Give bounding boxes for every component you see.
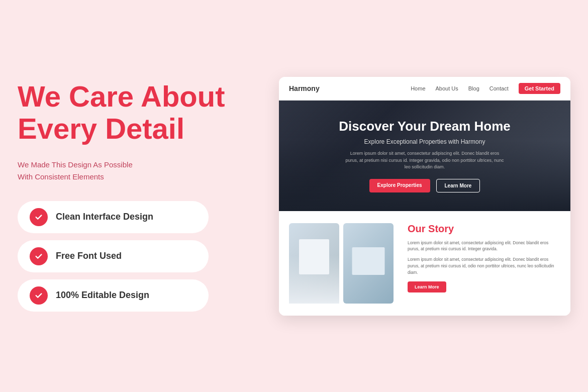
- right-panel: Harmony Home About Us Blog Contact Get S…: [279, 77, 570, 316]
- site-hero: Discover Your Dream Home Explore Excepti…: [279, 101, 570, 211]
- bottom-images: [289, 223, 394, 304]
- browser-mockup: Harmony Home About Us Blog Contact Get S…: [279, 77, 570, 316]
- learn-more-hero-button[interactable]: Learn More: [436, 179, 480, 192]
- feature-item-font: Free Font Used: [18, 240, 209, 272]
- nav-link-blog[interactable]: Blog: [468, 85, 479, 91]
- story-title: Our Story: [408, 223, 560, 235]
- main-heading: We Care About Every Detail: [18, 80, 249, 145]
- feature-label-clean: Clean Interface Design: [56, 212, 153, 222]
- site-logo: Harmony: [289, 84, 320, 92]
- nav-link-about[interactable]: About Us: [436, 85, 458, 91]
- nav-cta-button[interactable]: Get Started: [519, 83, 560, 94]
- main-container: We Care About Every Detail We Made This …: [18, 15, 570, 377]
- sub-heading: We Made This Design As PossibleWith Cons…: [18, 159, 249, 183]
- building-image-tall: [289, 223, 339, 304]
- hero-description: Lorem ipsum dolor sit amet, consectetur …: [344, 150, 505, 171]
- hero-title: Discover Your Dream Home: [299, 119, 550, 134]
- story-para-2: Lorem ipsum dolor sit amet, consectetur …: [408, 256, 560, 275]
- learn-more-story-button[interactable]: Learn More: [408, 281, 446, 292]
- explore-properties-button[interactable]: Explore Properties: [369, 179, 430, 192]
- hero-content: Discover Your Dream Home Explore Excepti…: [299, 119, 550, 192]
- check-icon-font: [30, 247, 48, 265]
- site-nav-links: Home About Us Blog Contact Get Started: [411, 83, 560, 94]
- feature-item-editable: 100% Editable Design: [18, 279, 209, 312]
- feature-list: Clean Interface Design Free Font Used 10…: [18, 201, 249, 312]
- story-para-1: Lorem ipsum dolor sit amet, consectetur …: [408, 240, 560, 253]
- site-bottom: Our Story Lorem ipsum dolor sit amet, co…: [279, 211, 570, 316]
- site-navbar: Harmony Home About Us Blog Contact Get S…: [279, 77, 570, 101]
- story-content: Our Story Lorem ipsum dolor sit amet, co…: [404, 223, 560, 293]
- nav-link-home[interactable]: Home: [411, 85, 425, 91]
- building-image-short: [343, 223, 394, 304]
- left-panel: We Care About Every Detail We Made This …: [18, 80, 249, 312]
- feature-item-clean: Clean Interface Design: [18, 201, 209, 233]
- check-icon-clean: [30, 208, 48, 226]
- feature-label-editable: 100% Editable Design: [56, 290, 149, 301]
- heading-line2: Every Detail: [18, 112, 184, 145]
- site-top: Harmony Home About Us Blog Contact Get S…: [279, 77, 570, 211]
- check-icon-editable: [30, 286, 48, 305]
- nav-link-contact[interactable]: Contact: [489, 85, 509, 91]
- hero-buttons: Explore Properties Learn More: [299, 179, 550, 192]
- feature-label-font: Free Font Used: [56, 251, 122, 261]
- hero-subtitle: Explore Exceptional Properties with Harm…: [299, 138, 550, 145]
- heading-line1: We Care About: [18, 80, 225, 113]
